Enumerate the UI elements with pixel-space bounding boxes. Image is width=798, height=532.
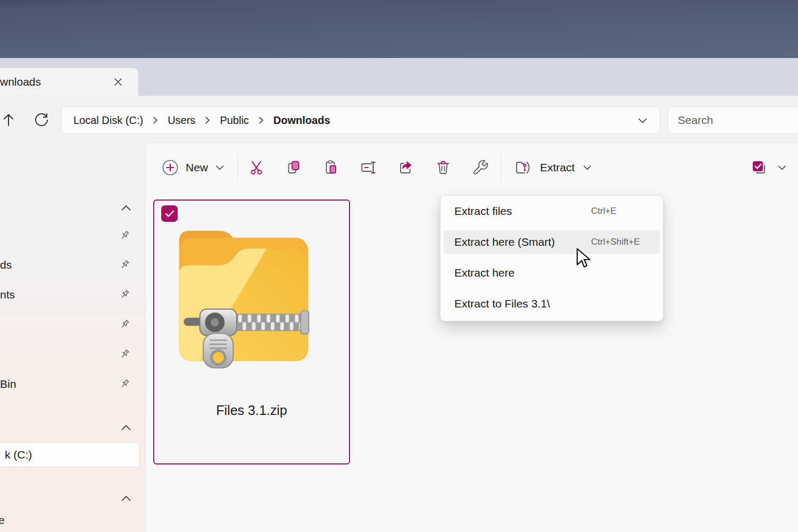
tools-button[interactable] bbox=[468, 155, 493, 180]
copy-button[interactable] bbox=[282, 155, 306, 180]
toolbar-separator bbox=[501, 154, 501, 181]
chevron-down-icon bbox=[215, 165, 224, 171]
sidebar-item-recycle-bin[interactable]: Bin bbox=[0, 372, 145, 396]
sidebar-item[interactable] bbox=[0, 312, 145, 337]
new-button-label: New bbox=[186, 161, 208, 174]
sidebar-section-collapse-button[interactable] bbox=[118, 419, 135, 435]
sidebar-item-partial[interactable]: e bbox=[0, 514, 5, 527]
chevron-right-icon bbox=[204, 116, 211, 124]
file-item-files-3-1-zip[interactable]: Files 3.1.zip bbox=[153, 200, 350, 464]
breadcrumb-segment-downloads[interactable]: Downloads bbox=[273, 114, 330, 127]
close-icon bbox=[114, 78, 122, 86]
cut-button[interactable] bbox=[245, 155, 269, 180]
navigate-up-button[interactable] bbox=[0, 110, 19, 131]
rename-icon bbox=[359, 159, 377, 176]
chevron-up-icon bbox=[121, 495, 131, 502]
archive-icon bbox=[514, 159, 532, 177]
sidebar-section-collapse-button[interactable] bbox=[118, 200, 135, 215]
zip-folder-icon bbox=[164, 226, 323, 371]
share-button[interactable] bbox=[394, 155, 418, 180]
breadcrumb[interactable]: Local Disk (C:) Users Public Downloads bbox=[61, 106, 660, 134]
menu-item-extract-here-smart[interactable]: Extract here (Smart) Ctrl+Shift+E bbox=[444, 230, 660, 254]
chevron-up-icon bbox=[121, 204, 131, 211]
menu-item-label: Extract here (Smart) bbox=[454, 236, 555, 248]
chevron-right-icon bbox=[152, 116, 159, 124]
menu-item-label: Extract to Files 3.1\ bbox=[454, 297, 550, 310]
extract-button-label: Extract bbox=[540, 161, 575, 174]
sidebar-item[interactable] bbox=[0, 223, 145, 248]
sidebar-item-documents[interactable]: nts bbox=[0, 282, 145, 307]
sidebar-item-label: ds bbox=[0, 253, 12, 277]
sidebar-item-downloads[interactable]: ds bbox=[0, 253, 145, 277]
sidebar-section-collapse-button[interactable] bbox=[118, 490, 135, 506]
pin-icon[interactable] bbox=[118, 348, 131, 361]
menu-item-label: Extract files bbox=[454, 205, 512, 218]
file-name-label: Files 3.1.zip bbox=[154, 403, 349, 418]
toolbar-separator bbox=[237, 154, 238, 181]
paste-button[interactable] bbox=[319, 155, 344, 180]
menu-item-extract-to-folder[interactable]: Extract to Files 3.1\ bbox=[444, 292, 660, 315]
menu-item-shortcut: Ctrl+E bbox=[591, 206, 617, 217]
chevron-up-icon bbox=[121, 424, 131, 431]
search-field[interactable] bbox=[668, 106, 798, 134]
menu-item-extract-here[interactable]: Extract here bbox=[444, 261, 660, 285]
chevron-down-icon bbox=[778, 165, 786, 171]
tab-strip: wnloads bbox=[0, 58, 798, 96]
trash-icon bbox=[435, 159, 452, 176]
plus-circle-icon bbox=[162, 159, 179, 176]
pin-icon[interactable] bbox=[118, 259, 131, 271]
sidebar-item[interactable] bbox=[0, 342, 145, 367]
breadcrumb-segment-local-disk[interactable]: Local Disk (C:) bbox=[73, 114, 143, 127]
cut-icon bbox=[248, 159, 265, 176]
paste-icon bbox=[323, 159, 340, 176]
new-button[interactable]: New bbox=[157, 153, 231, 182]
tab-title: wnloads bbox=[0, 68, 41, 96]
drive-label: k (C:) bbox=[5, 443, 32, 467]
menu-item-label: Extract here bbox=[454, 267, 514, 279]
chevron-right-icon bbox=[258, 116, 264, 124]
selection-checkbox[interactable] bbox=[161, 205, 178, 222]
sidebar-item-local-disk-c[interactable]: k (C:) bbox=[0, 443, 139, 467]
sidebar-item-label: nts bbox=[0, 282, 15, 307]
check-icon bbox=[165, 210, 174, 218]
copy-icon bbox=[286, 159, 303, 176]
tab-downloads[interactable]: wnloads bbox=[0, 68, 138, 96]
chevron-down-icon bbox=[583, 165, 592, 171]
refresh-icon bbox=[33, 112, 50, 129]
search-input[interactable] bbox=[678, 114, 795, 127]
pin-icon[interactable] bbox=[118, 378, 131, 390]
rename-button[interactable] bbox=[356, 155, 380, 180]
desktop-wallpaper bbox=[0, 0, 798, 58]
delete-button[interactable] bbox=[431, 155, 455, 180]
pin-icon[interactable] bbox=[118, 288, 131, 301]
select-all-icon bbox=[749, 158, 768, 177]
tab-close-button[interactable] bbox=[110, 73, 127, 90]
extract-context-menu: Extract files Ctrl+E Extract here (Smart… bbox=[440, 195, 663, 321]
menu-item-extract-files[interactable]: Extract files Ctrl+E bbox=[444, 200, 660, 223]
wrench-icon bbox=[472, 159, 489, 176]
chevron-down-icon bbox=[638, 118, 647, 124]
mouse-cursor bbox=[576, 248, 594, 268]
pin-icon[interactable] bbox=[118, 229, 131, 242]
breadcrumb-segment-users[interactable]: Users bbox=[168, 114, 195, 127]
share-icon bbox=[397, 159, 414, 176]
extract-button[interactable]: Extract bbox=[509, 153, 596, 182]
breadcrumb-segment-public[interactable]: Public bbox=[220, 114, 248, 127]
selection-options-button[interactable] bbox=[745, 155, 791, 180]
refresh-button[interactable] bbox=[30, 110, 53, 131]
arrow-up-icon bbox=[1, 112, 16, 128]
sidebar-item-label: Bin bbox=[0, 372, 16, 396]
address-dropdown-button[interactable] bbox=[635, 114, 650, 127]
pin-icon[interactable] bbox=[118, 318, 131, 331]
menu-item-shortcut: Ctrl+Shift+E bbox=[591, 237, 640, 247]
